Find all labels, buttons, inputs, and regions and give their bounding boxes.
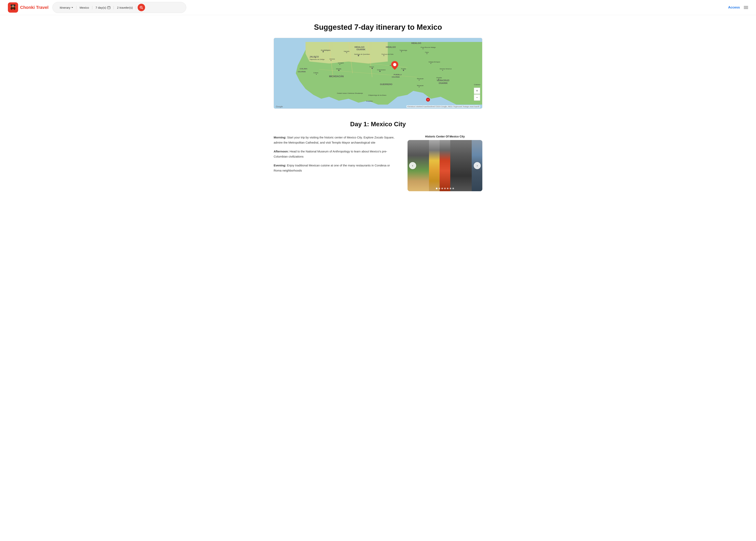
- svg-point-75: [438, 79, 439, 80]
- map-pin-mexico-city: [391, 61, 398, 71]
- logo-area: Chonki Travel: [8, 2, 48, 13]
- image-carousel: ‹ ›: [408, 140, 482, 191]
- svg-point-53: [379, 71, 381, 72]
- svg-point-71: [442, 70, 443, 71]
- svg-text:Orizaba: Orizaba: [436, 77, 442, 79]
- chonki-logo-svg: [9, 3, 17, 12]
- morning-paragraph: Morning: Start your trip by visiting the…: [274, 135, 396, 145]
- svg-text:HIDALGO: HIDALGO: [411, 42, 421, 44]
- svg-point-18: [140, 6, 142, 8]
- travelers-value: 2 traveler(s): [117, 6, 133, 9]
- svg-text:PUEBLA: PUEBLA: [394, 74, 402, 76]
- days-field[interactable]: 7 day(s): [92, 6, 114, 9]
- carousel-dot-7[interactable]: [452, 188, 454, 189]
- map-attribution: Klaviatuuri otseteed Kaardiandmed ©2024 …: [407, 105, 480, 108]
- svg-point-51: [371, 68, 373, 69]
- svg-point-49: [338, 70, 339, 71]
- itinerary-selector[interactable]: Itinerary: [57, 6, 76, 9]
- svg-point-85: [393, 63, 396, 66]
- svg-text:Tlajomulco de Zuñiga: Tlajomulco de Zuñiga: [309, 59, 324, 60]
- carousel-dot-2[interactable]: [439, 188, 440, 189]
- svg-text:Toluca: Toluca: [369, 66, 374, 68]
- svg-text:OSARIIK: OSARIIK: [298, 71, 306, 73]
- evening-text: Enjoy traditional Mexican cuisine at one…: [274, 164, 390, 172]
- svg-text:Cuernavaca: Cuernavaca: [377, 69, 385, 71]
- carousel-dot-5[interactable]: [447, 188, 449, 189]
- carousel-dot-3[interactable]: [441, 188, 443, 189]
- afternoon-label: Afternoon:: [274, 150, 289, 153]
- map-svg: JALISCO COLIMA OSARIIK MICHOACÁN GUERRER…: [274, 38, 482, 109]
- svg-text:OSARIIK: OSARIIK: [392, 76, 400, 78]
- svg-text:Santiago de Querétaro: Santiago de Querétaro: [354, 53, 370, 55]
- carousel-image: [408, 140, 482, 191]
- google-watermark: Google: [276, 105, 283, 108]
- header-right: Access: [728, 6, 748, 9]
- day1-text: Morning: Start your trip by visiting the…: [274, 135, 396, 177]
- search-button[interactable]: [138, 4, 145, 11]
- day1-title: Day 1: Mexico City: [274, 121, 482, 128]
- svg-point-45: [339, 64, 340, 65]
- svg-text:COLIMA: COLIMA: [300, 68, 307, 70]
- itinerary-chevron-icon: [72, 7, 73, 8]
- calendar-icon: [107, 6, 111, 9]
- zoom-in-button[interactable]: +: [474, 88, 480, 94]
- svg-point-55: [403, 70, 404, 71]
- carousel-dot-1[interactable]: [436, 188, 438, 189]
- carousel-prev-button[interactable]: ‹: [409, 162, 416, 169]
- destination-value: Mexico: [80, 6, 89, 9]
- travelers-field[interactable]: 2 traveler(s): [114, 6, 136, 9]
- svg-point-63: [401, 51, 402, 52]
- svg-point-65: [423, 48, 424, 49]
- destination-field[interactable]: Mexico: [76, 6, 92, 9]
- days-value: 7 day(s): [96, 6, 106, 9]
- menu-line-2: [744, 7, 748, 8]
- carousel-dot-6[interactable]: [450, 188, 451, 189]
- svg-text:Zamora: Zamora: [329, 58, 335, 60]
- svg-point-67: [427, 53, 427, 54]
- img-segment-2: [429, 140, 440, 191]
- svg-point-73: [419, 80, 420, 81]
- menu-line-1: [744, 6, 748, 7]
- map-pin-secondary: [426, 97, 430, 103]
- itinerary-label: Itinerary: [60, 6, 70, 9]
- svg-text:Tulancingo: Tulancingo: [399, 49, 407, 51]
- carousel-next-button[interactable]: ›: [474, 162, 481, 169]
- svg-text:Coatzacc: Coatzacc: [474, 84, 480, 86]
- afternoon-paragraph: Afternoon: Head to the National Museum o…: [274, 149, 396, 159]
- svg-point-43: [331, 60, 331, 61]
- svg-point-61: [384, 55, 384, 56]
- svg-text:Chilpancingo de los Bravo: Chilpancingo de los Bravo: [368, 94, 386, 96]
- search-bar: Itinerary Mexico 7 day(s) 2 traveler(s): [52, 2, 186, 13]
- carousel-dot-4[interactable]: [444, 188, 446, 189]
- page-title: Suggested 7-day itinerary to Mexico: [274, 23, 482, 32]
- svg-text:HIDALGO: HIDALGO: [355, 46, 365, 48]
- map-zoom-controls: + −: [474, 88, 480, 101]
- svg-point-57: [358, 55, 359, 56]
- svg-point-47: [316, 74, 317, 75]
- svg-text:Acapulco: Acapulco: [366, 100, 373, 102]
- logo-text: Chonki Travel: [20, 5, 48, 10]
- svg-text:Ciudad Lázaro Cárdenas Zihuata: Ciudad Lázaro Cárdenas Zihuatanejo: [337, 92, 363, 94]
- svg-text:HIDALGO: HIDALGO: [386, 46, 396, 48]
- menu-line-3: [744, 8, 748, 9]
- svg-text:Pachuca de Soto: Pachuca de Soto: [382, 53, 394, 55]
- svg-text:Puebla: Puebla: [401, 68, 406, 70]
- svg-text:OSARIIK: OSARIIK: [439, 82, 448, 84]
- logo-icon: [8, 2, 18, 13]
- hamburger-menu-button[interactable]: [744, 6, 748, 9]
- svg-text:Morelia: Morelia: [336, 68, 341, 70]
- image-caption: Historic Center Of Mexico City: [408, 135, 482, 138]
- svg-text:Tehuacán: Tehuacán: [417, 85, 424, 87]
- morning-text: Start your trip by visiting the historic…: [274, 136, 394, 144]
- svg-text:Uruapan: Uruapan: [338, 62, 344, 64]
- carousel-dots: [436, 188, 454, 189]
- svg-text:JALISCO: JALISCO: [309, 56, 319, 58]
- afternoon-text: Head to the National Museum of Anthropol…: [274, 150, 387, 158]
- svg-text:Irapuato: Irapuato: [344, 50, 350, 52]
- zoom-out-button[interactable]: −: [474, 94, 480, 101]
- map-container[interactable]: JALISCO COLIMA OSARIIK MICHOACÁN GUERRER…: [274, 38, 482, 109]
- map-background: JALISCO COLIMA OSARIIK MICHOACÁN GUERRER…: [274, 38, 482, 109]
- svg-point-7: [12, 6, 13, 6]
- svg-point-77: [419, 87, 420, 87]
- access-link[interactable]: Access: [728, 6, 740, 9]
